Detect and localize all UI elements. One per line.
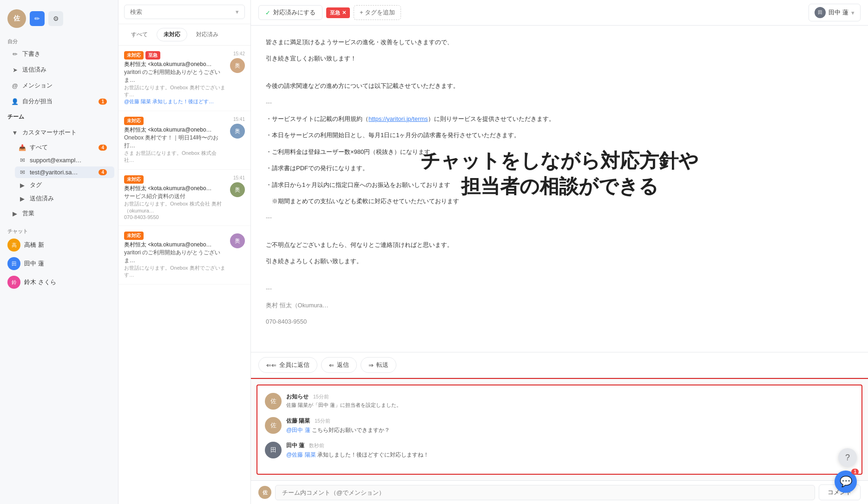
message-item[interactable]: 未対応 奥村恒太 <kota.okumura@onebo… yaritori の… bbox=[118, 226, 250, 285]
chat-input-field[interactable] bbox=[275, 485, 815, 500]
msg-subject: yaritori のご利用開始ありがとうございま… bbox=[124, 68, 226, 84]
email-content: 皆さまに満足頂けるようサービスの進化・改善をしていきますので、 引き続き宜しくお… bbox=[251, 26, 868, 352]
chat-message-2: 田 田中 蓮 数秒前 @佐藤 陽菜 承知しました！後ほどすぐに対応しますね！ bbox=[265, 442, 854, 459]
main-panel: ✓ 対応済みにする 至急 ✕ + タグを追加 田 田中 蓮 ▾ 皆さまに満足頂け… bbox=[251, 0, 868, 504]
assignee-selector[interactable]: 田 田中 蓮 ▾ bbox=[809, 4, 861, 21]
search-dropdown-icon: ▾ bbox=[236, 8, 239, 15]
msg-avatar: 奥 bbox=[230, 124, 245, 139]
chevron-right-icon: ▶ bbox=[11, 210, 19, 217]
sidebar-item-sales[interactable]: ▶ 営業 bbox=[4, 206, 114, 221]
unread-badge: 未対応 bbox=[124, 117, 144, 125]
chat-msg2-text: @佐藤 陽菜 承知しました！後ほどすぐに対応しますね！ bbox=[286, 451, 854, 459]
email-bullet5b: ※期間まとめての支払いなども柔軟に対応させていただいております bbox=[266, 196, 619, 206]
email-icon: ✉ bbox=[19, 157, 26, 164]
sidebar-item-tags[interactable]: ▶ タグ bbox=[15, 179, 114, 192]
chat-notif-content: お知らせ 15分前 佐藤 陽菜が「田中 蓮」に担当者を設定しました。 bbox=[286, 393, 854, 409]
main-header: ✓ 対応済みにする 至急 ✕ + タグを追加 田 田中 蓮 ▾ bbox=[251, 0, 868, 26]
chat-msg1-avatar: 佐 bbox=[265, 417, 282, 434]
add-tag-button[interactable]: + タグを追加 bbox=[354, 5, 401, 20]
edit-button[interactable]: ✏ bbox=[30, 11, 45, 26]
sidebar-item-mentions[interactable]: @ メンション bbox=[4, 78, 114, 93]
drafts-label: 下書き bbox=[22, 50, 40, 58]
message-item[interactable]: 未対応 奥村恒太 <kota.okumura@onebo… Onebox 奥村で… bbox=[118, 111, 250, 170]
mark-done-button[interactable]: ✓ 対応済みにする bbox=[258, 5, 322, 20]
reply-all-button[interactable]: ⇐⇐ 全員に返信 bbox=[258, 357, 317, 373]
sidebar-item-all[interactable]: 📥 すべて 4 bbox=[15, 141, 114, 154]
sidebar-item-test-email[interactable]: ✉ test@yaritori.sa… 4 bbox=[15, 166, 114, 178]
tags-label: タグ bbox=[30, 181, 42, 189]
urgent-tag: 至急 ✕ bbox=[326, 7, 350, 18]
message-list: 未対応 至急 奥村恒太 <kota.okumura@onebo… yaritor… bbox=[118, 46, 250, 504]
email-line3: 今後の請求関連などの進め方については以下記載させていただきます。 bbox=[266, 80, 619, 91]
urgent-close-icon[interactable]: ✕ bbox=[342, 10, 346, 16]
reply-label: 返信 bbox=[337, 361, 349, 369]
sent2-label: 送信済み bbox=[30, 194, 54, 203]
chat-bubble-button[interactable]: 💬 1 bbox=[835, 471, 857, 493]
chat-user-suzuki[interactable]: 鈴 鈴木 さくら bbox=[0, 273, 118, 292]
sidebar-item-sent[interactable]: ➤ 送信済み bbox=[4, 62, 114, 77]
email-body: 皆さまに満足頂けるようサービスの進化・改善をしていきますので、 引き続き宜しくお… bbox=[266, 37, 619, 327]
chat-msg2-time: 数秒前 bbox=[309, 443, 324, 448]
message-item[interactable]: 未対応 奥村恒太 <kota.okumura@onebo… サービス紹介資料の送… bbox=[118, 170, 250, 226]
chat-msg1-text: @田中 蓮 こちら対応お願いできますか？ bbox=[286, 426, 854, 434]
sidebar-item-support-email[interactable]: ✉ support@exampl… bbox=[15, 154, 114, 166]
tab-done[interactable]: 対応済み bbox=[189, 28, 225, 41]
forward-button[interactable]: ⇒ 転送 bbox=[361, 357, 396, 373]
msg-preview: お世話になります。Onebox 奥村でございます… bbox=[124, 265, 226, 279]
sent-label: 送信済み bbox=[22, 66, 46, 74]
msg-sender: 奥村恒太 <kota.okumura@onebo… bbox=[124, 185, 226, 192]
chat-msg2-body: 承知しました！後ほどすぐに対応しますね！ bbox=[317, 451, 429, 458]
self-section-label: 自分 bbox=[0, 35, 118, 46]
message-item[interactable]: 未対応 至急 奥村恒太 <kota.okumura@onebo… yaritor… bbox=[118, 46, 250, 111]
chat-input-bar: 佐 コメント bbox=[251, 480, 868, 504]
email-line1: 皆さまに満足頂けるようサービスの進化・改善をしていきますので、 bbox=[266, 37, 619, 47]
msg-preview: お世話になります。Onebox 株式会社 奥村（okumura… bbox=[124, 200, 226, 214]
mark-done-label: 対応済みにする bbox=[273, 8, 316, 17]
forward-icon: ⇒ bbox=[368, 362, 374, 369]
chat-user-takahashi[interactable]: 高 高橋 新 bbox=[0, 236, 118, 254]
search-input[interactable] bbox=[130, 8, 236, 15]
sidebar-item-sent2[interactable]: ▶ 送信済み bbox=[15, 192, 114, 205]
help-button[interactable]: ? bbox=[838, 448, 857, 467]
chat-user1-label: 高橋 新 bbox=[24, 241, 44, 249]
sidebar-item-drafts[interactable]: ✏ 下書き bbox=[4, 46, 114, 61]
message-list-panel: ▾ すべて 未対応 対応済み 未対応 至急 奥村恒太 <kota.okumura… bbox=[118, 0, 251, 504]
chat-msg2-content: 田中 蓮 数秒前 @佐藤 陽菜 承知しました！後ほどすぐに対応しますね！ bbox=[286, 442, 854, 459]
search-container[interactable]: ▾ bbox=[124, 5, 245, 19]
tab-unread[interactable]: 未対応 bbox=[157, 28, 187, 41]
message-header: 未対応 奥村恒太 <kota.okumura@onebo… サービス紹介資料の送… bbox=[124, 175, 245, 220]
sidebar-top: 佐 ✏ ⚙ bbox=[0, 6, 118, 35]
mention-icon: @ bbox=[11, 82, 19, 89]
chat-user2-label: 田中 蓮 bbox=[24, 259, 44, 268]
msg-badges: 未対応 bbox=[124, 175, 226, 184]
sidebar-item-assigned[interactable]: 👤 自分が担当 1 bbox=[4, 94, 114, 109]
msg-sender: 奥村恒太 <kota.okumura@onebo… bbox=[124, 241, 226, 249]
message-content: 未対応 奥村恒太 <kota.okumura@onebo… yaritori の… bbox=[124, 232, 226, 279]
sidebar-item-customer-support[interactable]: ▼ カスタマーサポート bbox=[4, 125, 114, 140]
action-bar: ⇐⇐ 全員に返信 ⇐ 返信 ⇒ 転送 bbox=[251, 352, 868, 378]
msg-time: 15:41 bbox=[233, 175, 245, 180]
email-bullet3: ・ご利用料金は登録ユーザー数×980円（税抜き）になります。 bbox=[266, 146, 619, 157]
email-divider2: --- bbox=[266, 212, 619, 223]
msg-badges: 未対応 bbox=[124, 117, 226, 125]
add-tag-label: + タグを追加 bbox=[360, 8, 395, 17]
all-badge: 4 bbox=[99, 145, 107, 151]
email-line2: 引き続き宜しくお願い致します！ bbox=[266, 53, 619, 64]
tab-all[interactable]: すべて bbox=[124, 28, 155, 41]
reply-button[interactable]: ⇐ 返信 bbox=[321, 357, 357, 373]
urgent-label: 至急 bbox=[330, 9, 340, 16]
msg-avatar: 奥 bbox=[230, 182, 245, 197]
chat-user-tanaka[interactable]: 田 田中 蓮 bbox=[0, 254, 118, 273]
chat-bubble-badge: 1 bbox=[851, 469, 859, 475]
terms-link[interactable]: https://yaritori.jp/terms bbox=[368, 115, 428, 122]
settings-button[interactable]: ⚙ bbox=[48, 11, 63, 26]
reply-icon: ⇐ bbox=[329, 362, 334, 369]
chat-msg1-mention: @田中 蓮 bbox=[286, 427, 310, 433]
assigned-icon: 👤 bbox=[11, 98, 19, 105]
msg-preview: お世話になります。Onebox 奥村でございます… bbox=[124, 84, 226, 98]
msg-subject: Onebox 奥村です！｜明日14時〜のお打… bbox=[124, 134, 226, 150]
chat-notif-label: お知らせ bbox=[286, 393, 309, 400]
message-content: 未対応 奥村恒太 <kota.okumura@onebo… サービス紹介資料の送… bbox=[124, 175, 226, 220]
drafts-icon: ✏ bbox=[11, 51, 19, 58]
sales-label: 営業 bbox=[22, 209, 34, 218]
